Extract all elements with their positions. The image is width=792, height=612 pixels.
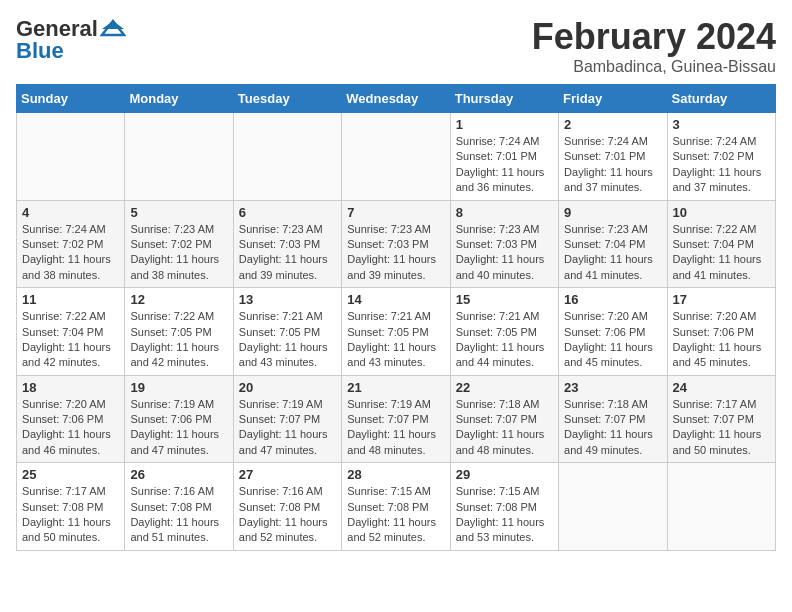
calendar-header-day: Saturday <box>667 85 775 113</box>
page-title: February 2024 <box>532 16 776 58</box>
logo-arrow-icon <box>100 19 126 37</box>
calendar-week-row: 4Sunrise: 7:24 AMSunset: 7:02 PMDaylight… <box>17 200 776 288</box>
day-number: 24 <box>673 380 770 395</box>
calendar-day-cell: 26Sunrise: 7:16 AMSunset: 7:08 PMDayligh… <box>125 463 233 551</box>
calendar-day-cell <box>342 113 450 201</box>
title-area: February 2024 Bambadinca, Guinea-Bissau <box>532 16 776 76</box>
calendar-day-cell: 9Sunrise: 7:23 AMSunset: 7:04 PMDaylight… <box>559 200 667 288</box>
day-number: 22 <box>456 380 553 395</box>
page-header: General Blue February 2024 Bambadinca, G… <box>16 16 776 76</box>
calendar-header-day: Friday <box>559 85 667 113</box>
day-number: 16 <box>564 292 661 307</box>
calendar-header-day: Wednesday <box>342 85 450 113</box>
calendar-day-cell: 11Sunrise: 7:22 AMSunset: 7:04 PMDayligh… <box>17 288 125 376</box>
calendar-day-cell: 7Sunrise: 7:23 AMSunset: 7:03 PMDaylight… <box>342 200 450 288</box>
logo: General Blue <box>16 16 126 64</box>
day-number: 10 <box>673 205 770 220</box>
day-info: Sunrise: 7:22 AMSunset: 7:04 PMDaylight:… <box>673 222 770 284</box>
calendar-day-cell: 13Sunrise: 7:21 AMSunset: 7:05 PMDayligh… <box>233 288 341 376</box>
day-number: 17 <box>673 292 770 307</box>
day-number: 21 <box>347 380 444 395</box>
calendar-day-cell <box>667 463 775 551</box>
calendar-day-cell: 18Sunrise: 7:20 AMSunset: 7:06 PMDayligh… <box>17 375 125 463</box>
day-info: Sunrise: 7:23 AMSunset: 7:04 PMDaylight:… <box>564 222 661 284</box>
calendar-header-day: Tuesday <box>233 85 341 113</box>
calendar-day-cell: 8Sunrise: 7:23 AMSunset: 7:03 PMDaylight… <box>450 200 558 288</box>
day-number: 25 <box>22 467 119 482</box>
day-info: Sunrise: 7:16 AMSunset: 7:08 PMDaylight:… <box>239 484 336 546</box>
day-info: Sunrise: 7:18 AMSunset: 7:07 PMDaylight:… <box>564 397 661 459</box>
calendar-day-cell: 16Sunrise: 7:20 AMSunset: 7:06 PMDayligh… <box>559 288 667 376</box>
calendar-day-cell: 10Sunrise: 7:22 AMSunset: 7:04 PMDayligh… <box>667 200 775 288</box>
day-number: 11 <box>22 292 119 307</box>
day-number: 20 <box>239 380 336 395</box>
day-number: 9 <box>564 205 661 220</box>
calendar-day-cell: 2Sunrise: 7:24 AMSunset: 7:01 PMDaylight… <box>559 113 667 201</box>
day-number: 2 <box>564 117 661 132</box>
calendar-day-cell: 3Sunrise: 7:24 AMSunset: 7:02 PMDaylight… <box>667 113 775 201</box>
day-info: Sunrise: 7:23 AMSunset: 7:03 PMDaylight:… <box>239 222 336 284</box>
calendar-header-day: Monday <box>125 85 233 113</box>
day-number: 14 <box>347 292 444 307</box>
day-number: 28 <box>347 467 444 482</box>
day-info: Sunrise: 7:19 AMSunset: 7:06 PMDaylight:… <box>130 397 227 459</box>
calendar-day-cell: 15Sunrise: 7:21 AMSunset: 7:05 PMDayligh… <box>450 288 558 376</box>
calendar-week-row: 1Sunrise: 7:24 AMSunset: 7:01 PMDaylight… <box>17 113 776 201</box>
calendar-table: SundayMondayTuesdayWednesdayThursdayFrid… <box>16 84 776 551</box>
day-info: Sunrise: 7:24 AMSunset: 7:01 PMDaylight:… <box>456 134 553 196</box>
day-number: 8 <box>456 205 553 220</box>
day-number: 6 <box>239 205 336 220</box>
day-info: Sunrise: 7:23 AMSunset: 7:03 PMDaylight:… <box>456 222 553 284</box>
calendar-day-cell: 27Sunrise: 7:16 AMSunset: 7:08 PMDayligh… <box>233 463 341 551</box>
day-info: Sunrise: 7:20 AMSunset: 7:06 PMDaylight:… <box>673 309 770 371</box>
day-number: 3 <box>673 117 770 132</box>
day-number: 13 <box>239 292 336 307</box>
calendar-day-cell: 12Sunrise: 7:22 AMSunset: 7:05 PMDayligh… <box>125 288 233 376</box>
day-info: Sunrise: 7:18 AMSunset: 7:07 PMDaylight:… <box>456 397 553 459</box>
calendar-header-day: Thursday <box>450 85 558 113</box>
calendar-day-cell: 5Sunrise: 7:23 AMSunset: 7:02 PMDaylight… <box>125 200 233 288</box>
day-info: Sunrise: 7:21 AMSunset: 7:05 PMDaylight:… <box>347 309 444 371</box>
calendar-day-cell: 21Sunrise: 7:19 AMSunset: 7:07 PMDayligh… <box>342 375 450 463</box>
day-info: Sunrise: 7:17 AMSunset: 7:07 PMDaylight:… <box>673 397 770 459</box>
calendar-day-cell: 17Sunrise: 7:20 AMSunset: 7:06 PMDayligh… <box>667 288 775 376</box>
calendar-week-row: 25Sunrise: 7:17 AMSunset: 7:08 PMDayligh… <box>17 463 776 551</box>
calendar-day-cell: 25Sunrise: 7:17 AMSunset: 7:08 PMDayligh… <box>17 463 125 551</box>
calendar-week-row: 11Sunrise: 7:22 AMSunset: 7:04 PMDayligh… <box>17 288 776 376</box>
calendar-day-cell <box>125 113 233 201</box>
day-number: 4 <box>22 205 119 220</box>
calendar-day-cell: 24Sunrise: 7:17 AMSunset: 7:07 PMDayligh… <box>667 375 775 463</box>
day-info: Sunrise: 7:23 AMSunset: 7:03 PMDaylight:… <box>347 222 444 284</box>
day-info: Sunrise: 7:17 AMSunset: 7:08 PMDaylight:… <box>22 484 119 546</box>
calendar-day-cell: 14Sunrise: 7:21 AMSunset: 7:05 PMDayligh… <box>342 288 450 376</box>
day-info: Sunrise: 7:21 AMSunset: 7:05 PMDaylight:… <box>239 309 336 371</box>
day-info: Sunrise: 7:24 AMSunset: 7:02 PMDaylight:… <box>22 222 119 284</box>
day-info: Sunrise: 7:15 AMSunset: 7:08 PMDaylight:… <box>456 484 553 546</box>
day-number: 12 <box>130 292 227 307</box>
day-number: 7 <box>347 205 444 220</box>
day-number: 19 <box>130 380 227 395</box>
day-number: 26 <box>130 467 227 482</box>
calendar-day-cell: 23Sunrise: 7:18 AMSunset: 7:07 PMDayligh… <box>559 375 667 463</box>
day-info: Sunrise: 7:20 AMSunset: 7:06 PMDaylight:… <box>22 397 119 459</box>
calendar-day-cell <box>17 113 125 201</box>
day-number: 5 <box>130 205 227 220</box>
day-info: Sunrise: 7:23 AMSunset: 7:02 PMDaylight:… <box>130 222 227 284</box>
day-info: Sunrise: 7:16 AMSunset: 7:08 PMDaylight:… <box>130 484 227 546</box>
day-number: 15 <box>456 292 553 307</box>
day-info: Sunrise: 7:22 AMSunset: 7:05 PMDaylight:… <box>130 309 227 371</box>
calendar-day-cell <box>233 113 341 201</box>
calendar-day-cell: 20Sunrise: 7:19 AMSunset: 7:07 PMDayligh… <box>233 375 341 463</box>
calendar-day-cell: 4Sunrise: 7:24 AMSunset: 7:02 PMDaylight… <box>17 200 125 288</box>
day-info: Sunrise: 7:24 AMSunset: 7:02 PMDaylight:… <box>673 134 770 196</box>
day-number: 18 <box>22 380 119 395</box>
calendar-day-cell: 29Sunrise: 7:15 AMSunset: 7:08 PMDayligh… <box>450 463 558 551</box>
calendar-week-row: 18Sunrise: 7:20 AMSunset: 7:06 PMDayligh… <box>17 375 776 463</box>
day-number: 23 <box>564 380 661 395</box>
calendar-day-cell: 28Sunrise: 7:15 AMSunset: 7:08 PMDayligh… <box>342 463 450 551</box>
page-subtitle: Bambadinca, Guinea-Bissau <box>532 58 776 76</box>
calendar-header-day: Sunday <box>17 85 125 113</box>
calendar-day-cell: 19Sunrise: 7:19 AMSunset: 7:06 PMDayligh… <box>125 375 233 463</box>
day-number: 1 <box>456 117 553 132</box>
day-number: 27 <box>239 467 336 482</box>
